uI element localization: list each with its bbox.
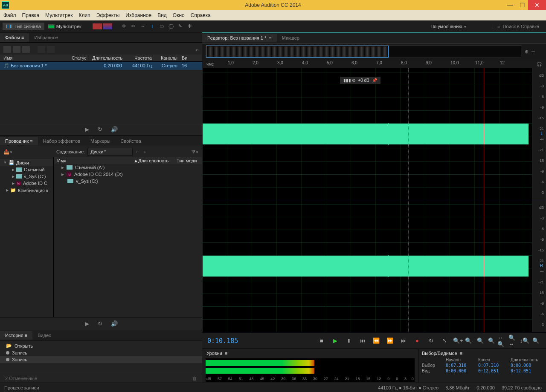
skip-selection-button[interactable]: ⤡	[439, 336, 450, 346]
workspace-selector[interactable]: По умолчанию ▼	[427, 24, 493, 29]
pause-button[interactable]: ⏸	[344, 336, 354, 346]
stop-button[interactable]: ■	[317, 336, 327, 346]
move-tool-icon[interactable]: ✥	[120, 22, 128, 31]
file-row[interactable]: 🎵 Без названия 1 * 0:20.000 44100 Гц Сте…	[0, 62, 202, 70]
menu-file[interactable]: Файл	[3, 12, 16, 18]
zoom-out-icon[interactable]: 🔍-	[464, 336, 474, 346]
maximize-button[interactable]: ☐	[516, 0, 528, 10]
menu-edit[interactable]: Правка	[22, 12, 40, 18]
zoom-out-point-icon[interactable]: 🔍↔	[508, 336, 519, 346]
menu-favorites[interactable]: Избранное	[125, 12, 151, 18]
browser-play-icon[interactable]: ▶	[85, 320, 89, 327]
history-item[interactable]: Запись	[0, 349, 202, 356]
spectral-pitch-icon[interactable]	[103, 23, 112, 29]
tab-history[interactable]: История ≡	[0, 331, 32, 340]
sel-start[interactable]: 0:07.310	[446, 363, 476, 368]
razor-tool-icon[interactable]: ✂	[129, 22, 138, 31]
preview-autoplay-icon[interactable]: 🔊	[111, 126, 118, 133]
preview-play-icon[interactable]: ▶	[85, 126, 89, 133]
skip-back-button[interactable]: ⏮	[357, 336, 368, 346]
close-file-icon[interactable]	[38, 46, 45, 53]
nav-back-icon[interactable]: ←	[135, 149, 140, 154]
nav-up-icon[interactable]: ＋	[142, 149, 147, 155]
overview-navigator[interactable]	[206, 45, 521, 58]
import-icon[interactable]	[22, 46, 30, 53]
browser-loop-icon[interactable]: ↻	[98, 320, 102, 327]
tab-video[interactable]: Видео	[32, 331, 56, 340]
files-header[interactable]: Имя Статус Длительность Частота Каналы Б…	[0, 55, 202, 62]
tab-markers[interactable]: Маркеры	[85, 137, 116, 145]
volume-hud[interactable]: ▮▮▮ ⊙ +0 dB 📌	[340, 77, 380, 84]
zoom-nav-icon[interactable]: ⊕	[525, 49, 529, 55]
zoom-in-icon[interactable]: 🔍+	[453, 336, 463, 346]
zoom-reset-icon[interactable]: 🔍	[531, 336, 541, 346]
sel-dur[interactable]: 0:00.000	[511, 363, 546, 368]
sel-end[interactable]: 0:07.310	[478, 363, 508, 368]
preview-loop-icon[interactable]: ↻	[98, 126, 102, 133]
content-selector[interactable]: Диски ▼	[87, 148, 133, 156]
zoom-in-point-icon[interactable]: ↔🔍	[497, 336, 508, 346]
menu-effects[interactable]: Эффекты	[96, 12, 120, 18]
tree-item[interactable]: ▶IdAdobe ID C	[0, 180, 53, 187]
view-dur[interactable]: 0:12.051	[511, 369, 546, 373]
tab-mixer[interactable]: Микшер	[277, 34, 305, 42]
tab-browser[interactable]: Проводник ≡	[0, 137, 38, 145]
menu-help[interactable]: Справка	[191, 12, 211, 18]
brush-tool-icon[interactable]: ✎	[176, 22, 185, 31]
spectral-freq-icon[interactable]	[93, 23, 102, 29]
shortcut-icon[interactable]: 📥▼	[3, 149, 13, 155]
multitrack-mode-button[interactable]: Мультитрек	[44, 23, 85, 30]
playhead[interactable]	[484, 68, 484, 332]
tree-item[interactable]: ▶Съемный	[0, 166, 53, 173]
view-start[interactable]: 0:00.000	[446, 369, 476, 373]
browser-autoplay-icon[interactable]: 🔊	[111, 320, 118, 327]
heal-tool-icon[interactable]: ✚	[186, 22, 194, 31]
tab-effects-rack[interactable]: Набор эффектов	[38, 137, 85, 145]
zoom-full-icon[interactable]: 🔍	[475, 336, 485, 346]
zoom-sel-icon[interactable]: 🔍	[486, 336, 497, 346]
marquee-tool-icon[interactable]: ▭	[157, 22, 166, 31]
menu-window[interactable]: Окно	[173, 12, 185, 18]
menu-multitrack[interactable]: Мультитрек	[45, 12, 73, 18]
level-meter[interactable]: dB-57-54-51-48-45-42-39-36-33-30-27-24-2…	[206, 358, 415, 382]
zoom-v-icon[interactable]: ↕🔍	[520, 336, 530, 346]
tree-item[interactable]: ▶📁Комбинация к	[0, 187, 53, 194]
tab-editor[interactable]: Редактор: Без названия 1 * ≡	[202, 34, 277, 42]
search-files-icon[interactable]: ⌕	[196, 47, 199, 52]
waveform-mode-button[interactable]: Тип сигнала	[3, 23, 44, 30]
record-button[interactable]: ●	[412, 336, 422, 346]
slip-tool-icon[interactable]: ↔	[139, 22, 147, 31]
list-item[interactable]: ▶IdAdobe ID CC 2014 (D:)	[54, 171, 202, 178]
history-item[interactable]: Запись	[0, 356, 202, 363]
insert-icon[interactable]	[47, 46, 55, 53]
tab-files[interactable]: Файлы ≡	[0, 33, 29, 42]
help-search[interactable]: ⌕ Поиск в Справке	[493, 24, 543, 29]
list-item[interactable]: v_Sys (C:)	[54, 178, 202, 184]
timeline-ruler[interactable]: чмс 1,0 2,0 3,0 4,0 5,0 6,0 7,0 8,0 9,0 …	[202, 60, 546, 68]
list-nav-icon[interactable]: ☰	[531, 49, 535, 55]
skip-fwd-button[interactable]: ⏭	[398, 336, 409, 346]
view-end[interactable]: 0:12.051	[478, 369, 508, 373]
tab-favorites[interactable]: Избранное	[29, 33, 63, 42]
loop-button[interactable]: ↻	[426, 336, 436, 346]
tab-properties[interactable]: Свойства	[116, 137, 146, 145]
time-select-tool-icon[interactable]: I	[148, 22, 157, 31]
rewind-button[interactable]: ⏪	[371, 336, 381, 346]
menu-clip[interactable]: Клип	[79, 12, 90, 18]
lasso-tool-icon[interactable]: ◯	[167, 22, 175, 31]
time-display[interactable]: 0:10.185	[207, 337, 267, 345]
browser-list-header[interactable]: Имя▲ Длительность Тип меди	[54, 157, 202, 164]
minimize-button[interactable]: —	[504, 0, 516, 10]
open-file-icon[interactable]	[13, 46, 20, 53]
forward-button[interactable]: ⏩	[385, 336, 395, 346]
menu-view[interactable]: Вид	[157, 12, 167, 18]
close-button[interactable]: ✕	[528, 0, 546, 10]
play-button[interactable]: ▶	[330, 336, 340, 346]
list-item[interactable]: ▶Съемный (A:)	[54, 164, 202, 171]
new-file-icon[interactable]	[3, 46, 11, 53]
trash-icon[interactable]: 🗑	[192, 376, 197, 381]
history-item[interactable]: 📂Открыть	[0, 342, 202, 349]
waveform-display[interactable]: ▮▮▮ ⊙ +0 dB 📌 dB-3-6-9-15-21-∞-21-15-9-6…	[202, 68, 546, 332]
tree-item[interactable]: ▶v_Sys (C:)	[0, 173, 53, 180]
filter-icon[interactable]: ⧩▼	[192, 149, 199, 155]
